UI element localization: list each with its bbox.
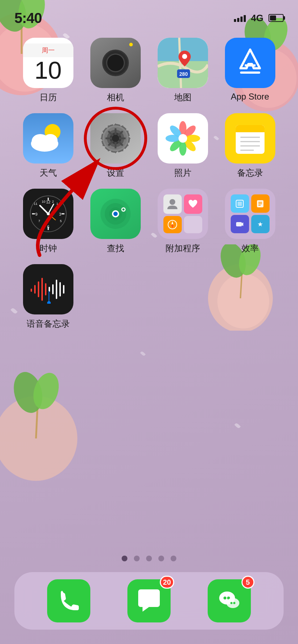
svg-text:7: 7 <box>38 219 40 223</box>
svg-text:10: 10 <box>41 200 45 203</box>
svg-text:6: 6 <box>47 225 49 229</box>
svg-text:2: 2 <box>52 200 54 203</box>
app-settings[interactable]: 设置 <box>82 113 149 179</box>
voicememo-icon-svg <box>28 275 68 304</box>
status-bar: 5:40 4G <box>0 0 298 29</box>
app-photos[interactable]: 照片 <box>149 113 216 179</box>
wechat-badge: 5 <box>241 576 254 589</box>
battery-indicator <box>268 14 284 22</box>
calendar-date: 10 <box>35 58 62 82</box>
wechat-icon-svg <box>215 586 244 615</box>
status-time: 5:40 <box>14 10 42 26</box>
messages-badge: 20 <box>160 576 174 589</box>
svg-rect-95 <box>236 222 242 226</box>
app-grid-row3: 12 3 6 9 1 5 7 11 2 10 时钟 <box>14 189 284 254</box>
app-calendar[interactable]: 周一 10 日历 <box>14 38 82 103</box>
svg-marker-87 <box>171 221 173 225</box>
page-dot-1[interactable] <box>122 556 127 561</box>
svg-text:5: 5 <box>60 219 62 223</box>
app-notes[interactable]: 备忘录 <box>216 113 284 179</box>
page-dot-5[interactable] <box>171 556 176 561</box>
page-dots <box>0 556 298 561</box>
svg-text:1: 1 <box>56 202 58 206</box>
dock: 20 5 <box>14 572 284 630</box>
app-findmy[interactable]: 查找 <box>82 189 149 254</box>
svg-point-112 <box>224 597 226 599</box>
app-voicememo[interactable]: 语音备忘录 <box>14 264 82 330</box>
svg-point-108 <box>47 301 51 304</box>
efficiency-mini-1 <box>231 194 249 213</box>
phone-icon-svg <box>56 588 82 614</box>
extras-folder-grid <box>158 189 208 239</box>
weather-label: 天气 <box>40 167 57 179</box>
svg-text:280: 280 <box>179 71 188 77</box>
svg-marker-88 <box>171 225 173 228</box>
settings-icon-svg <box>98 120 134 156</box>
app-camera[interactable]: 相机 <box>82 38 149 103</box>
voicememo-label: 语音备忘录 <box>27 318 70 330</box>
dock-messages[interactable]: 20 <box>127 579 171 622</box>
svg-point-41 <box>112 135 119 142</box>
svg-point-77 <box>47 212 50 215</box>
efficiency-folder-grid: ★ <box>225 189 275 239</box>
svg-text:3: 3 <box>59 212 61 216</box>
app-clock[interactable]: 12 3 6 9 1 5 7 11 2 10 时钟 <box>14 189 82 254</box>
svg-point-82 <box>113 212 118 216</box>
page-dot-2[interactable] <box>134 556 140 561</box>
signal-bar-2 <box>237 18 239 22</box>
app-grid-row2: 天气 <box>14 113 284 179</box>
app-weather[interactable]: 天气 <box>14 113 82 179</box>
svg-point-84 <box>122 208 125 211</box>
svg-point-23 <box>182 54 187 59</box>
extras-label: 附加程序 <box>166 243 200 254</box>
camera-label: 相机 <box>107 92 124 103</box>
svg-rect-53 <box>236 129 265 132</box>
appstore-label: App Store <box>231 92 269 102</box>
calendar-day: 周一 <box>23 43 73 57</box>
svg-text:9: 9 <box>35 212 37 216</box>
app-maps[interactable]: 280 地图 <box>149 38 216 103</box>
extras-mini-compass <box>163 216 182 233</box>
page-dot-3[interactable] <box>146 556 152 561</box>
svg-point-85 <box>170 199 175 205</box>
svg-point-50 <box>179 134 187 143</box>
extras-mini-contacts <box>163 194 182 214</box>
dock-wechat[interactable]: 5 <box>208 579 251 622</box>
battery-fill <box>270 15 276 20</box>
signal-bars <box>234 14 246 22</box>
weather-icon-svg <box>27 120 70 156</box>
svg-point-31 <box>43 134 58 147</box>
efficiency-label: 效率 <box>241 243 259 254</box>
calendar-label: 日历 <box>40 92 57 103</box>
clock-label: 时钟 <box>40 243 57 254</box>
findmy-label: 查找 <box>107 243 124 254</box>
svg-text:★: ★ <box>257 221 263 228</box>
photos-label: 照片 <box>174 167 191 179</box>
appstore-icon-svg <box>234 47 266 79</box>
signal-bar-1 <box>234 19 236 22</box>
extras-mini-health <box>184 194 202 214</box>
dock-phone[interactable] <box>47 579 90 622</box>
app-extras-folder[interactable]: 附加程序 <box>149 189 216 254</box>
clock-icon-svg: 12 3 6 9 1 5 7 11 2 10 <box>28 194 68 234</box>
app-efficiency-folder[interactable]: ★ 效率 <box>216 189 284 254</box>
svg-text:11: 11 <box>33 202 37 206</box>
svg-point-116 <box>233 602 235 604</box>
svg-text:12: 12 <box>46 200 50 204</box>
notes-icon-svg <box>230 119 270 158</box>
extras-mini-empty <box>184 216 202 233</box>
app-grid-row4: 语音备忘录 <box>14 264 284 330</box>
messages-icon-svg <box>135 586 163 615</box>
svg-rect-90 <box>238 202 242 206</box>
app-appstore[interactable]: App Store <box>216 38 284 103</box>
status-network: 4G <box>251 13 263 24</box>
svg-point-114 <box>226 598 239 608</box>
settings-label: 设置 <box>107 167 124 179</box>
camera-lens <box>102 50 129 76</box>
efficiency-mini-4: ★ <box>251 215 270 233</box>
svg-point-115 <box>230 602 232 604</box>
findmy-icon-svg <box>98 196 134 232</box>
page-dot-4[interactable] <box>158 556 164 561</box>
maps-icon-svg: 280 <box>158 38 208 88</box>
signal-bar-3 <box>240 17 243 22</box>
